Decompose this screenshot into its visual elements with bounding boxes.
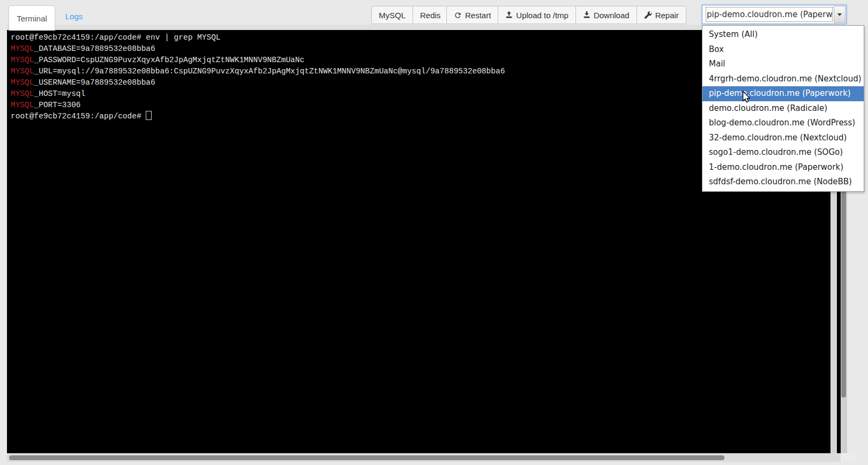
horizontal-scrollbar-thumb[interactable] [9, 455, 724, 460]
repair-button-label: Repair [655, 11, 679, 20]
dropdown-item[interactable]: sdfdsf-demo.cloudron.me (NodeBB) [702, 175, 864, 190]
terminal-line: MYSQL_DATABASE=9a7889532e08bba6 [11, 43, 505, 55]
dropdown-item-selected[interactable]: pip-demo.cloudron.me (Paperwork) [702, 86, 864, 101]
repair-icon [644, 11, 652, 19]
terminal-cursor [146, 111, 152, 120]
dropdown-item[interactable]: Box [702, 42, 864, 57]
download-button-label: Download [594, 11, 630, 20]
terminal-line: MYSQL_HOST=mysql [11, 88, 505, 100]
dropdown-item[interactable]: System (All) [702, 27, 864, 42]
repair-button[interactable]: Repair [637, 6, 686, 24]
service-button-group: MySQL Redis [371, 6, 448, 24]
scrollbar-corner [841, 453, 856, 462]
download-icon [583, 11, 590, 19]
dropdown-item[interactable]: 4rrgrh-demo.cloudron.me (Nextcloud) [702, 72, 864, 87]
upload-icon [505, 11, 513, 19]
app-selector-value: pip-demo.cloudron.me (Paperwork) [706, 8, 832, 21]
restart-icon [454, 11, 462, 19]
tab-terminal[interactable]: Terminal [9, 5, 55, 31]
chevron-down-icon [837, 13, 842, 16]
upload-button-label: Upload to /tmp [516, 11, 568, 20]
terminal-output: root@fe9cb72c4159:/app/code# env | grep … [11, 32, 505, 122]
dropdown-item[interactable]: 1-demo.cloudron.me (Paperwork) [702, 160, 864, 175]
upload-button[interactable]: Upload to /tmp [498, 6, 576, 24]
tab-logs-label: Logs [65, 12, 83, 21]
terminal-line: root@fe9cb72c4159:/app/code# env | grep … [11, 32, 505, 43]
dropdown-item[interactable]: blog-demo.cloudron.me (WordPress) [702, 116, 864, 131]
tab-logs[interactable]: Logs [55, 5, 93, 27]
redis-button-label: Redis [420, 11, 440, 20]
terminal-line: MYSQL_PASSWORD=CspUZNG9PuvzXqyxAfb2JpAgM… [11, 55, 505, 66]
cloudron-terminal-page: Terminal Logs MySQL Redis Restart Upload… [0, 0, 868, 465]
terminal-line: MYSQL_PORT=3306 [11, 100, 505, 111]
app-selector[interactable]: pip-demo.cloudron.me (Paperwork) [702, 5, 847, 24]
terminal-line: MYSQL_USERNAME=9a7889532e08bba6 [11, 77, 505, 88]
dropdown-item[interactable]: sogo1-demo.cloudron.me (SOGo) [702, 145, 864, 160]
dropdown-item[interactable]: Mail [702, 57, 864, 72]
terminal-prompt-line: root@fe9cb72c4159:/app/code# [11, 111, 505, 122]
mysql-button-label: MySQL [379, 11, 406, 20]
app-selector-dropdown: System (All) Box Mail 4rrgrh-demo.cloudr… [702, 25, 864, 192]
tab-terminal-label: Terminal [17, 14, 47, 23]
dropdown-item[interactable]: demo.cloudron.me (Radicale) [702, 101, 864, 116]
app-selector-arrow-button[interactable] [834, 6, 845, 23]
mysql-button[interactable]: MySQL [371, 6, 413, 24]
redis-button[interactable]: Redis [413, 6, 448, 24]
restart-button[interactable]: Restart [446, 6, 498, 24]
restart-button-label: Restart [465, 11, 491, 20]
dropdown-item[interactable]: 32-demo.cloudron.me (Nextcloud) [702, 131, 864, 146]
action-button-group: Restart Upload to /tmp Download Repair [446, 6, 686, 24]
download-button[interactable]: Download [575, 6, 637, 24]
mouse-cursor-icon [742, 91, 751, 106]
terminal-line: MYSQL_URL=mysql://9a7889532e08bba6:CspUZ… [11, 66, 505, 77]
